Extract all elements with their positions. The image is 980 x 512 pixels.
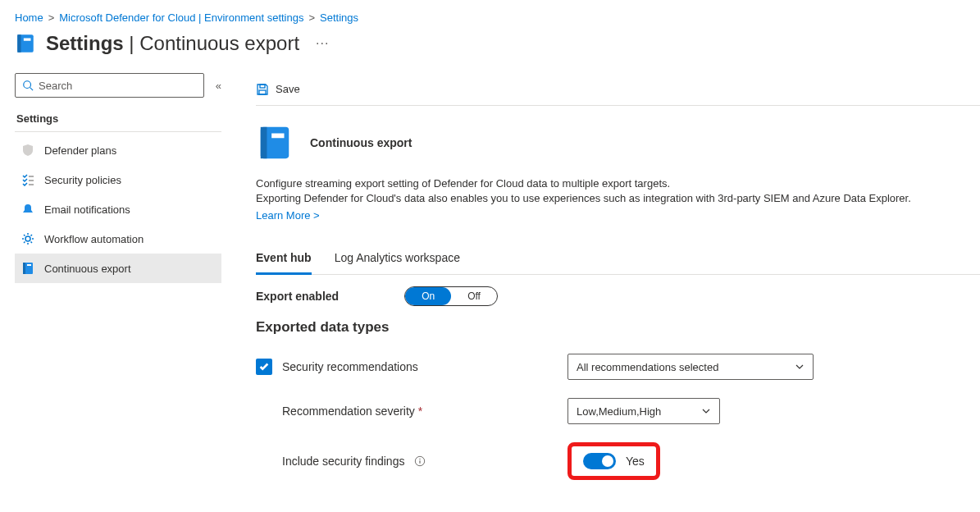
more-icon[interactable]: ··· <box>316 36 329 51</box>
continuous-export-large-icon <box>256 124 294 162</box>
export-on[interactable]: On <box>405 287 451 305</box>
save-icon <box>256 83 269 96</box>
learn-more-link[interactable]: Learn More > <box>256 209 320 222</box>
section-desc-2: Exporting Defender for Cloud's data also… <box>256 191 980 206</box>
severity-dropdown[interactable]: Low,Medium,High <box>567 398 720 424</box>
export-target-tabs: Event hub Log Analytics workspace <box>256 246 980 275</box>
sidebar-heading: Settings <box>15 112 221 125</box>
export-enabled-toggle[interactable]: On Off <box>404 286 498 306</box>
svg-point-19 <box>420 459 421 459</box>
main-content: Save Continuous export Configure streami… <box>230 73 980 498</box>
shield-faded-icon <box>21 144 34 157</box>
search-input[interactable]: Search <box>15 73 204 98</box>
sidebar: Search « Settings Defender plans Securit… <box>0 73 230 498</box>
sidebar-item-workflow-automation[interactable]: Workflow automation <box>15 224 221 254</box>
crumb-sep: > <box>48 11 55 24</box>
svg-line-4 <box>30 88 34 91</box>
svg-point-8 <box>25 236 30 241</box>
sidebar-divider <box>15 131 221 132</box>
info-icon[interactable] <box>414 455 426 467</box>
include-findings-value: Yes <box>626 455 645 468</box>
include-findings-toggle[interactable] <box>583 453 616 469</box>
svg-rect-1 <box>17 34 21 53</box>
svg-rect-10 <box>23 263 25 274</box>
chevron-down-icon <box>701 406 711 416</box>
security-recommendations-label: Security recommendations <box>282 360 418 373</box>
check-icon <box>258 361 270 373</box>
highlight-box: Yes <box>567 442 660 480</box>
svg-rect-13 <box>259 90 266 94</box>
save-button[interactable]: Save <box>256 83 300 96</box>
sidebar-item-security-policies[interactable]: Security policies <box>15 165 221 194</box>
crumb-defender[interactable]: Microsoft Defender for Cloud | Environme… <box>59 11 303 24</box>
recommendations-dropdown[interactable]: All recommendations selected <box>567 354 814 380</box>
section-title: Continuous export <box>310 136 412 149</box>
crumb-settings[interactable]: Settings <box>320 11 358 24</box>
svg-rect-15 <box>261 127 267 158</box>
collapse-sidebar-icon[interactable]: « <box>216 80 221 92</box>
tab-event-hub[interactable]: Event hub <box>256 246 312 275</box>
sidebar-item-email-notifications[interactable]: Email notifications <box>15 194 221 224</box>
crumb-home[interactable]: Home <box>15 11 43 24</box>
severity-label: Recommendation severity * <box>282 405 422 418</box>
page-title: Settings | Continuous export <box>46 32 299 55</box>
exported-data-types-heading: Exported data types <box>256 319 980 336</box>
svg-point-3 <box>24 81 31 89</box>
search-icon <box>22 80 34 91</box>
export-off[interactable]: Off <box>451 287 497 305</box>
toolbar: Save <box>256 73 980 106</box>
export-enabled-label: Export enabled <box>256 290 339 303</box>
bell-icon <box>21 203 34 216</box>
chevron-down-icon <box>795 362 805 372</box>
checklist-icon <box>21 173 34 186</box>
svg-rect-2 <box>24 39 31 41</box>
settings-book-icon <box>15 33 36 54</box>
gear-icon <box>21 232 34 245</box>
section-header: Continuous export <box>256 124 980 162</box>
svg-rect-12 <box>260 85 265 88</box>
crumb-sep: > <box>308 11 315 24</box>
sidebar-item-continuous-export[interactable]: Continuous export <box>15 254 221 283</box>
section-desc-1: Configure streaming export setting of De… <box>256 176 980 191</box>
sidebar-item-defender-plans[interactable]: Defender plans <box>15 135 221 165</box>
include-findings-label: Include security findings <box>282 455 404 468</box>
security-recommendations-checkbox[interactable] <box>256 359 272 375</box>
tab-log-analytics[interactable]: Log Analytics workspace <box>335 246 460 274</box>
svg-rect-16 <box>271 134 284 139</box>
book-icon <box>21 262 34 275</box>
breadcrumb: Home > Microsoft Defender for Cloud | En… <box>0 0 980 32</box>
svg-rect-11 <box>27 264 31 266</box>
page-title-row: Settings | Continuous export ··· <box>0 32 980 73</box>
